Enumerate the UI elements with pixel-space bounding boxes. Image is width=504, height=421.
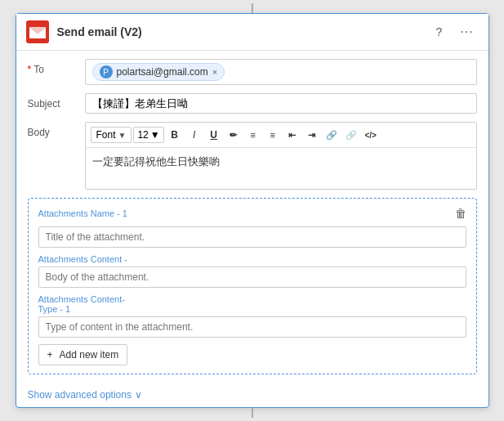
chevron-down-icon: ∨ <box>135 389 142 401</box>
send-email-card: Send email (V2) ? ··· * To P <box>16 13 489 408</box>
link-button[interactable]: 🔗 <box>323 126 341 144</box>
card-body: * To P polartsai@gmail.com × Subject Bod… <box>16 51 488 383</box>
attachment-content-group: Attachments Content - <box>38 254 466 288</box>
gmail-icon <box>26 20 49 43</box>
editor-content[interactable]: 一定要記得祝他生日快樂喲 <box>86 148 476 189</box>
close-icon[interactable]: × <box>212 67 217 77</box>
italic-button[interactable]: I <box>185 126 203 144</box>
size-select[interactable]: 12 ▼ <box>133 127 163 143</box>
size-chevron: ▼ <box>150 129 160 141</box>
delete-attachment-button[interactable]: 🗑 <box>455 207 466 220</box>
add-new-item-button[interactable]: + Add new item <box>38 344 128 365</box>
card-title: Send email (V2) <box>57 25 420 38</box>
size-value: 12 <box>137 129 148 141</box>
font-label: Font <box>96 129 116 141</box>
toolbar: Font ▼ 12 ▼ B I U ✏ ≡ ≡ ⇤ <box>86 123 476 148</box>
subject-label: Subject <box>28 93 85 110</box>
show-advanced-options[interactable]: Show advanced options ∨ <box>16 383 488 407</box>
card-header: Send email (V2) ? ··· <box>16 14 488 51</box>
add-label: Add new item <box>60 349 119 361</box>
attachment-name-group <box>38 226 466 248</box>
add-icon: + <box>47 349 53 361</box>
font-select[interactable]: Font ▼ <box>91 127 132 143</box>
email-address: polartsai@gmail.com <box>117 66 208 78</box>
attachment-content-input[interactable] <box>38 266 466 288</box>
code-button[interactable]: </> <box>362 126 380 144</box>
body-row: Body Font ▼ 12 ▼ B I U ✏ <box>28 122 477 190</box>
bold-button[interactable]: B <box>166 126 184 144</box>
font-chevron: ▼ <box>118 131 127 140</box>
attachment-content-label: Attachments Content - <box>38 254 466 264</box>
pencil-button[interactable]: ✏ <box>225 126 243 144</box>
attachment-content-type-input[interactable] <box>38 316 466 338</box>
subject-row: Subject <box>28 93 477 114</box>
attachment-header: Attachments Name - 1 🗑 <box>38 207 466 220</box>
header-actions: ? ··· <box>428 20 479 43</box>
attachment-name-input[interactable] <box>38 226 466 248</box>
body-editor: Font ▼ 12 ▼ B I U ✏ ≡ ≡ ⇤ <box>85 122 477 190</box>
help-button[interactable]: ? <box>428 20 451 43</box>
body-label: Body <box>28 122 85 138</box>
ordered-list-button[interactable]: ≡ <box>244 126 262 144</box>
advanced-label: Show advanced options <box>28 389 132 401</box>
unlink-button[interactable]: 🔗 <box>342 126 360 144</box>
to-label: * To <box>28 59 85 75</box>
subject-input[interactable] <box>85 93 477 114</box>
attachment-content-type-label: Attachments Content- Type - 1 <box>38 294 466 314</box>
attachment-content-type-group: Attachments Content- Type - 1 <box>38 294 466 338</box>
underline-button[interactable]: U <box>205 126 223 144</box>
more-button[interactable]: ··· <box>456 20 479 43</box>
to-field[interactable]: P polartsai@gmail.com × <box>85 59 477 85</box>
indent-decrease-button[interactable]: ⇤ <box>283 126 301 144</box>
attachment-title: Attachments Name - 1 <box>38 208 127 218</box>
avatar: P <box>100 65 113 78</box>
unordered-list-button[interactable]: ≡ <box>264 126 282 144</box>
to-row: * To P polartsai@gmail.com × <box>28 59 477 85</box>
attachment-section: Attachments Name - 1 🗑 Attachments Conte… <box>28 198 477 374</box>
email-tag: P polartsai@gmail.com × <box>92 63 225 81</box>
indent-increase-button[interactable]: ⇥ <box>303 126 321 144</box>
